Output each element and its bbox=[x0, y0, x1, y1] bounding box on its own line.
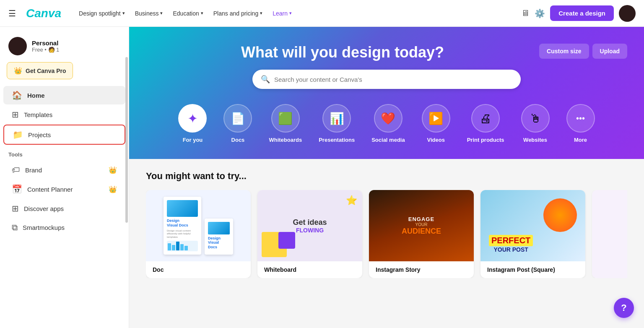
sidebar-scrollbar[interactable] bbox=[125, 57, 128, 223]
whiteboards-icon: 🟩 bbox=[278, 112, 293, 125]
suggestions-title: You might want to try... bbox=[146, 171, 627, 182]
suggestion-card-a4[interactable]: A4 A4 Docu... bbox=[592, 190, 627, 278]
more-icon: ••• bbox=[576, 114, 585, 123]
hero-banner: What will you design today? Custom size … bbox=[129, 27, 644, 159]
upload-button[interactable]: Upload bbox=[592, 44, 627, 59]
ig-story-card-label: Instagram Story bbox=[369, 261, 474, 278]
main-content: What will you design today? Custom size … bbox=[129, 27, 644, 328]
sidebar-item-content-planner[interactable]: 📅 Content Planner 👑 bbox=[3, 180, 125, 198]
top-nav: ☰ Canva Design spotlight ▾ Business ▾ Ed… bbox=[0, 0, 644, 27]
user-avatar[interactable] bbox=[619, 5, 636, 22]
categories-bar: ✦ For you 📄 Docs 🟩 Whiteboards bbox=[146, 101, 627, 146]
print-icon: 🖨 bbox=[480, 112, 491, 125]
category-print-products[interactable]: 🖨 Print products bbox=[459, 101, 513, 146]
doc-bar-chart bbox=[167, 241, 198, 251]
home-icon: 🏠 bbox=[12, 90, 22, 100]
suggestion-card-ig-post[interactable]: PERFECT YOUR POST Instagram Post (Square… bbox=[480, 190, 585, 278]
hero-title: What will you design today? bbox=[146, 44, 539, 61]
search-icon: 🔍 bbox=[261, 75, 270, 84]
nav-design-spotlight[interactable]: Design spotlight ▾ bbox=[75, 8, 129, 19]
search-input[interactable] bbox=[274, 76, 512, 83]
igp-text-block: PERFECT YOUR POST bbox=[489, 235, 533, 253]
suggestion-card-doc[interactable]: DesignVisual Docs Design visual content … bbox=[146, 190, 251, 278]
monitor-icon[interactable]: 🖥 bbox=[521, 8, 530, 18]
sidebar-item-brand[interactable]: 🏷 Brand 👑 bbox=[3, 161, 125, 179]
a4-card-image: A4 bbox=[592, 190, 627, 278]
sidebar-item-templates[interactable]: ⊞ Templates bbox=[3, 105, 125, 124]
heart-icon: ❤️ bbox=[381, 112, 395, 125]
wb-center-text: Get ideas FLOWING bbox=[293, 218, 327, 234]
suggestion-card-whiteboard[interactable]: Get ideas FLOWING ⭐ Whiteboard bbox=[257, 190, 362, 278]
nav-education[interactable]: Education ▾ bbox=[169, 8, 207, 19]
ig-post-card-label: Instagram Post (Square) bbox=[480, 261, 585, 278]
presentations-icon: 📊 bbox=[330, 112, 344, 125]
for-you-circle: ✦ bbox=[178, 104, 207, 133]
sidebar: Personal Free • 🧑 1 👑 Get Canva Pro 🏠 Ho… bbox=[0, 27, 129, 328]
nav-plans-pricing[interactable]: Plans and pricing ▾ bbox=[209, 8, 267, 19]
social-media-circle: ❤️ bbox=[374, 104, 402, 133]
category-websites[interactable]: 🖱 Websites bbox=[513, 101, 558, 146]
search-box: 🔍 bbox=[252, 70, 521, 89]
category-for-you[interactable]: ✦ For you bbox=[170, 101, 215, 146]
videos-circle: ▶️ bbox=[422, 104, 450, 133]
category-videos[interactable]: ▶️ Videos bbox=[413, 101, 459, 146]
brand-icon: 🏷 bbox=[12, 165, 20, 175]
sidebar-item-home[interactable]: 🏠 Home bbox=[3, 86, 125, 104]
sidebar-item-projects[interactable]: 📁 Projects bbox=[3, 125, 125, 145]
chevron-icon: ▾ bbox=[122, 10, 125, 16]
pro-badge-planner: 👑 bbox=[109, 185, 117, 193]
doc-side-title: DesignVisualDocs bbox=[208, 236, 230, 250]
sidebar-avatar bbox=[8, 37, 27, 55]
nav-right: 🖥 ⚙️ Create a design bbox=[521, 5, 636, 22]
chevron-icon: ▾ bbox=[260, 10, 262, 16]
help-button[interactable]: ? bbox=[614, 298, 634, 318]
sidebar-item-smartmockups[interactable]: ⧉ Smartmockups bbox=[3, 219, 125, 237]
nav-learn[interactable]: Learn ▾ bbox=[268, 8, 296, 19]
suggestions-grid: DesignVisual Docs Design visual content … bbox=[146, 190, 627, 278]
chevron-icon: ▾ bbox=[160, 10, 163, 16]
get-canva-pro-button[interactable]: 👑 Get Canva Pro bbox=[7, 62, 73, 79]
content-planner-icon: 📅 bbox=[12, 184, 22, 194]
settings-icon[interactable]: ⚙️ bbox=[535, 8, 545, 18]
presentations-circle: 📊 bbox=[322, 104, 351, 133]
ig-your-text: YOUR bbox=[402, 222, 441, 227]
ig-story-text: ENGAGE YOUR AUDIENCE bbox=[402, 216, 441, 236]
chevron-icon: ▾ bbox=[201, 10, 203, 16]
ig-engage-text: ENGAGE bbox=[402, 216, 441, 222]
igp-circle bbox=[543, 198, 577, 232]
ig-story-card-image: ENGAGE YOUR AUDIENCE bbox=[369, 190, 474, 261]
create-design-button[interactable]: Create a design bbox=[550, 5, 614, 21]
more-circle: ••• bbox=[566, 104, 595, 133]
doc-subtitle: Design visual content efficiently with h… bbox=[167, 229, 198, 239]
canva-logo[interactable]: Canva bbox=[26, 7, 61, 20]
category-whiteboards[interactable]: 🟩 Whiteboards bbox=[260, 101, 310, 146]
nav-business[interactable]: Business ▾ bbox=[131, 8, 167, 19]
templates-icon: ⊞ bbox=[12, 109, 19, 120]
sidebar-profile: Personal Free • 🧑 1 bbox=[0, 34, 129, 62]
ig-story-content: ENGAGE YOUR AUDIENCE bbox=[369, 190, 474, 261]
sidebar-item-discover-apps[interactable]: ⊞ Discover apps bbox=[3, 199, 125, 218]
hamburger-icon[interactable]: ☰ bbox=[8, 8, 16, 18]
category-more[interactable]: ••• More bbox=[558, 101, 603, 146]
suggestion-card-ig-story[interactable]: ENGAGE YOUR AUDIENCE Instagram Story bbox=[369, 190, 474, 278]
custom-size-button[interactable]: Custom size bbox=[539, 44, 589, 59]
nav-links: Design spotlight ▾ Business ▾ Education … bbox=[75, 8, 511, 19]
wb-get-ideas: Get ideas bbox=[293, 218, 327, 227]
websites-circle: 🖱 bbox=[521, 104, 550, 133]
category-social-media[interactable]: ❤️ Social media bbox=[363, 101, 413, 146]
pro-badge-brand: 👑 bbox=[109, 166, 117, 174]
layout: Personal Free • 🧑 1 👑 Get Canva Pro 🏠 Ho… bbox=[0, 27, 644, 328]
whiteboard-card-label: Whiteboard bbox=[257, 261, 362, 278]
websites-icon: 🖱 bbox=[530, 112, 541, 125]
sidebar-profile-info: Personal Free • 🧑 1 bbox=[32, 39, 59, 53]
wb-block-2 bbox=[278, 232, 295, 249]
chevron-icon: ▾ bbox=[289, 10, 292, 16]
video-icon: ▶️ bbox=[428, 112, 443, 125]
category-presentations[interactable]: 📊 Presentations bbox=[310, 101, 363, 146]
wb-star-icon: ⭐ bbox=[346, 195, 357, 206]
doc-image-block bbox=[167, 200, 198, 217]
category-docs[interactable]: 📄 Docs bbox=[215, 101, 260, 146]
print-products-circle: 🖨 bbox=[471, 104, 500, 133]
crown-icon: 👑 bbox=[14, 67, 22, 75]
sidebar-nav: 🏠 Home ⊞ Templates 📁 Projects bbox=[0, 86, 129, 145]
